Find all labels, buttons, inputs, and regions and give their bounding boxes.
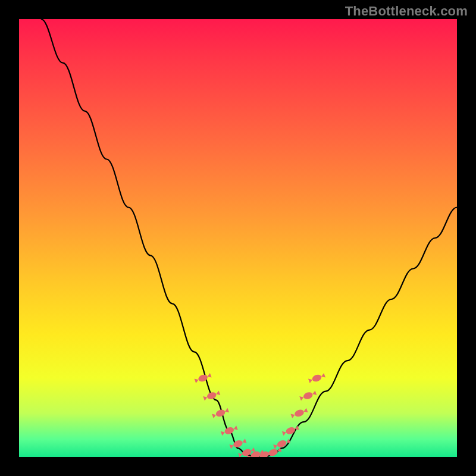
svg-point-38 <box>302 391 314 400</box>
svg-point-5 <box>206 391 217 400</box>
svg-point-32 <box>285 426 296 436</box>
chart-svg <box>19 19 457 457</box>
marker-group <box>194 372 325 457</box>
svg-point-8 <box>215 408 226 418</box>
marker <box>203 390 221 402</box>
marker <box>299 390 317 402</box>
marker <box>290 407 308 419</box>
svg-point-35 <box>294 408 305 418</box>
svg-point-11 <box>224 426 235 436</box>
marker <box>308 372 325 384</box>
watermark-text: TheBottleneck.com <box>345 4 468 19</box>
marker <box>194 372 212 384</box>
svg-point-20 <box>250 450 261 457</box>
bottleneck-curve-path <box>41 19 457 457</box>
svg-point-41 <box>311 374 322 383</box>
chart-frame: TheBottleneck.com <box>0 0 476 476</box>
plot-area <box>19 19 457 457</box>
marker <box>220 425 238 437</box>
